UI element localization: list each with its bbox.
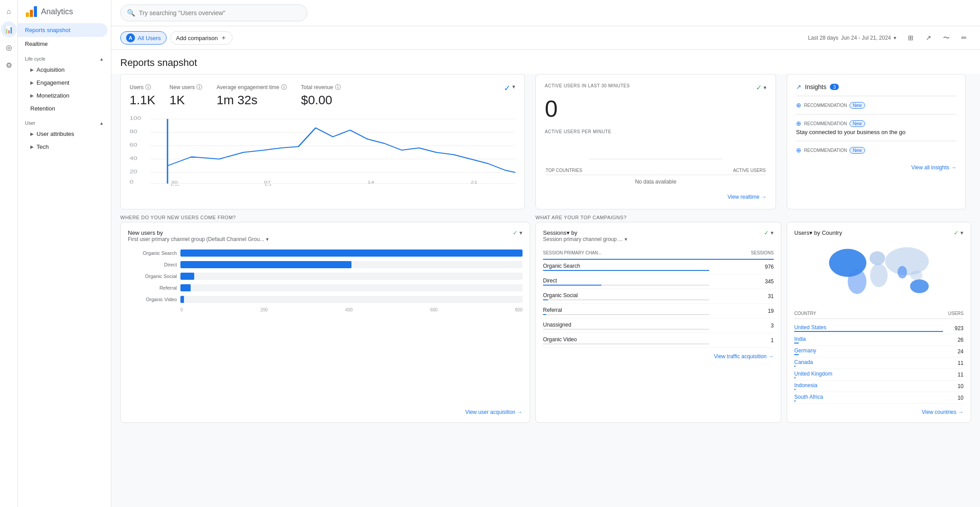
search-bar[interactable]: 🔍: [120, 4, 307, 21]
new-users-info-icon[interactable]: ⓘ: [196, 83, 202, 91]
svg-text:80: 80: [130, 129, 137, 135]
home-icon[interactable]: ⌂: [1, 4, 17, 20]
view-realtime-link[interactable]: View realtime →: [727, 194, 767, 200]
active-users-col: ACTIVE USERS: [662, 166, 766, 175]
campaigns-subtitle-dropdown[interactable]: ▾: [625, 236, 627, 242]
users-info-icon[interactable]: ⓘ: [145, 83, 151, 91]
sessions-table: SESSION PRIMARY CHAN... SESSIONS Organic…: [543, 249, 774, 348]
campaigns-dropdown[interactable]: ▾: [771, 229, 774, 236]
nav-item-monetization[interactable]: ▶ Monetization: [18, 89, 107, 102]
sidebar: Analytics Reports snapshot Realtime Life…: [18, 0, 111, 507]
campaigns-card-subtitle: Session primary channel group ... ▾: [543, 236, 627, 242]
view-user-acquisition-link[interactable]: View user acquisition →: [465, 409, 523, 415]
engagement-info-icon[interactable]: ⓘ: [281, 83, 287, 91]
edit-icon[interactable]: ✏: [957, 31, 971, 45]
insight-item-3: ⊕ RECOMMENDATION New: [796, 141, 956, 159]
avg-engagement-value: 1m 32s: [216, 93, 287, 107]
users-label: Users ⓘ: [130, 83, 155, 91]
new-users-metric: New users ⓘ 1K: [170, 83, 203, 107]
country-dropdown[interactable]: ▾: [960, 229, 964, 236]
share-icon[interactable]: ↗: [921, 31, 935, 45]
page-header: Reports snapshot: [111, 50, 980, 74]
new-badge-1: New: [849, 102, 865, 109]
user-section-header: User ▲: [18, 115, 111, 127]
all-users-chip[interactable]: A All Users: [120, 31, 167, 45]
bar-track-direct: [180, 261, 523, 268]
top-countries-table: TOP COUNTRIES ACTIVE USERS No data avail…: [545, 165, 767, 188]
nav-item-user-attributes[interactable]: ▶ User attributes: [18, 127, 107, 140]
bar-row-organic-search: Organic Search: [128, 249, 523, 257]
date-range: Last 28 days Jun 24 - Jul 21, 2024 ▾: [808, 35, 896, 41]
new-users-section-title: WHERE DO YOUR NEW USERS COME FROM?: [120, 215, 530, 220]
insights-title: Insights: [805, 83, 826, 90]
bar-chart: Organic Search Direct Organic Social: [128, 249, 523, 404]
lifecycle-chevron: ▲: [99, 57, 104, 61]
active-dropdown-icon[interactable]: ▾: [764, 84, 767, 91]
add-comparison-chip[interactable]: Add comparison ＋: [170, 31, 233, 45]
total-revenue-label: Total revenue ⓘ: [301, 83, 341, 91]
nav-label-reports-snapshot: Reports snapshot: [25, 27, 70, 33]
page-title: Reports snapshot: [120, 57, 971, 69]
new-users-card-title: New users by: [128, 229, 269, 236]
nav-item-engagement[interactable]: ▶ Engagement: [18, 76, 107, 89]
insight-item-2: ⊕ RECOMMENDATION New Stay connected to y…: [796, 114, 956, 141]
active-per-minute-label: ACTIVE USERS PER MINUTE: [545, 129, 767, 134]
view-traffic-acquisition-link[interactable]: View traffic acquisition →: [714, 353, 774, 360]
nav-item-retention[interactable]: Retention: [18, 102, 107, 115]
reports-icon[interactable]: 📊: [1, 21, 17, 37]
campaigns-section-title: WHAT ARE YOUR TOP CAMPAIGNS?: [535, 215, 781, 220]
nav-item-reports-snapshot[interactable]: Reports snapshot: [18, 23, 107, 37]
active-mini-chart: [545, 138, 767, 160]
all-users-icon: A: [126, 33, 135, 42]
rec-icon-1: ⊕: [796, 102, 801, 109]
table-row: Direct 345: [543, 274, 774, 289]
view-all-insights-footer: View all insights →: [796, 164, 956, 171]
bar-track-organic-social: [180, 273, 523, 280]
rec-icon-3: ⊕: [796, 147, 801, 154]
list-item: Indonesia 10: [794, 380, 964, 392]
date-dropdown-icon: ▾: [894, 35, 896, 41]
line-chart: 100 80 60 40 20 0: [130, 114, 515, 186]
view-user-acq-footer: View user acquisition →: [128, 409, 523, 415]
col-channel: SESSION PRIMARY CHAN...: [543, 249, 709, 259]
revenue-info-icon[interactable]: ⓘ: [335, 83, 341, 91]
search-circle-icon[interactable]: ◎: [1, 39, 17, 55]
svg-point-29: [910, 279, 929, 293]
new-users-chart-card: New users by First user primary channel …: [120, 222, 530, 423]
svg-rect-1: [30, 10, 33, 17]
country-card-title: Users▾ by Country: [794, 229, 842, 236]
table-row: Organic Video 1: [543, 333, 774, 348]
bar-label-organic-social: Organic Social: [128, 274, 177, 279]
filter-chips: A All Users Add comparison ＋: [120, 31, 233, 45]
bar-row-organic-social: Organic Social: [128, 273, 523, 280]
chart-icon[interactable]: 〜: [939, 31, 953, 45]
filter-bar: A All Users Add comparison ＋ Last 28 day…: [111, 26, 980, 50]
configure-icon[interactable]: ⚙: [1, 57, 17, 73]
bar-label-direct: Direct: [128, 262, 177, 267]
svg-point-30: [910, 271, 923, 280]
svg-text:20: 20: [130, 169, 137, 175]
search-input[interactable]: [139, 9, 301, 16]
insights-card: ↗ Insights 3 ⊕ RECOMMENDATION New ⊕ RECO…: [787, 74, 966, 209]
active-users-section-label: ACTIVE USERS IN LAST 30 MINUTES: [545, 83, 630, 88]
nav-item-realtime[interactable]: Realtime: [18, 37, 107, 51]
rec-label-3: ⊕ RECOMMENDATION New: [796, 147, 956, 154]
campaigns-check-icon: ✓: [764, 229, 769, 236]
compare-icon[interactable]: ⊞: [903, 31, 918, 45]
session-channel: Direct: [543, 274, 709, 289]
bar-fill-organic-search: [180, 249, 523, 257]
new-users-chart-dropdown[interactable]: ▾: [519, 229, 523, 236]
insights-icon: ↗: [796, 83, 801, 90]
metrics-dropdown-icon[interactable]: ▾: [512, 83, 515, 90]
view-all-insights-link[interactable]: View all insights →: [911, 164, 956, 171]
new-users-dropdown-icon[interactable]: ▾: [266, 236, 269, 242]
arrow-right-icon: →: [761, 194, 767, 200]
view-countries-link[interactable]: View countries →: [922, 409, 964, 415]
left-icon-sidebar: ⌂ 📊 ◎ ⚙: [0, 0, 18, 507]
countries-arrow: →: [958, 409, 964, 415]
nav-item-tech[interactable]: ▶ Tech: [18, 140, 107, 153]
svg-text:100: 100: [130, 116, 141, 121]
nav-item-acquisition[interactable]: ▶ Acquisition: [18, 63, 107, 76]
nav-label-realtime: Realtime: [25, 41, 48, 47]
svg-rect-0: [26, 12, 29, 17]
